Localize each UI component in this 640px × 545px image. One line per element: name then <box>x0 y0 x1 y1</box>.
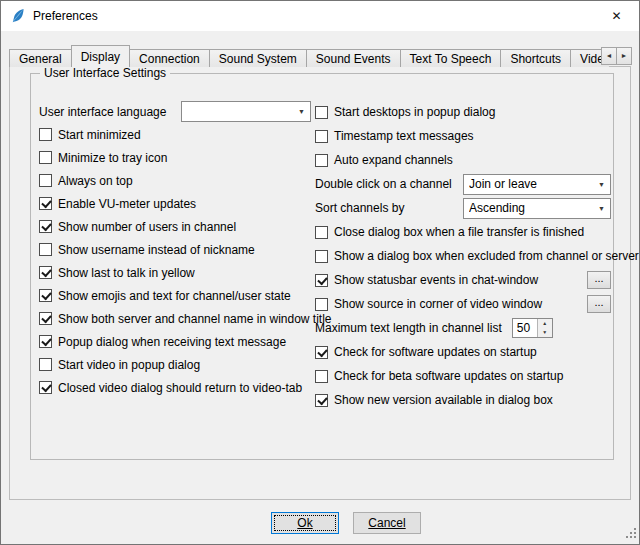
check-start-minimized[interactable]: Start minimized <box>39 123 311 146</box>
checkbox-icon[interactable] <box>315 154 328 167</box>
max-text-length-spinner[interactable]: 50 ▲ ▼ <box>512 318 553 338</box>
checkbox-icon[interactable] <box>39 266 52 279</box>
check-software-updates[interactable]: Check for software updates on startup <box>315 340 611 364</box>
check-popup-text-message[interactable]: Popup dialog when receiving text message <box>39 330 311 353</box>
checkbox-label: Show source in corner of video window <box>334 297 542 311</box>
resize-grip[interactable] <box>624 526 637 542</box>
app-icon <box>10 8 26 24</box>
checkbox-label: Show emojis and text for channel/user st… <box>58 289 291 303</box>
check-desktops-popup[interactable]: Start desktops in popup dialog <box>315 100 611 124</box>
checkbox-label: Closed video dialog should return to vid… <box>58 381 302 395</box>
row-sort-channels: Sort channels by Ascending ▼ <box>315 196 611 220</box>
check-new-version-dialog[interactable]: Show new version available in dialog box <box>315 388 611 412</box>
window-title: Preferences <box>33 9 98 23</box>
check-server-channel-title[interactable]: Show both server and channel name in win… <box>39 307 311 330</box>
tab-sound-system[interactable]: Sound System <box>209 49 307 67</box>
check-username-instead-nickname[interactable]: Show username instead of nickname <box>39 238 311 261</box>
tab-general[interactable]: General <box>9 49 72 67</box>
cancel-button[interactable]: Cancel <box>353 512 421 534</box>
check-video-return-tab[interactable]: Closed video dialog should return to vid… <box>39 376 311 399</box>
checkbox-label: Popup dialog when receiving text message <box>58 335 286 349</box>
checkbox-icon[interactable] <box>315 370 328 383</box>
checkbox-icon[interactable] <box>39 312 52 325</box>
checkbox-icon[interactable] <box>315 226 328 239</box>
tab-connection[interactable]: Connection <box>129 49 210 67</box>
chevron-down-icon: ▼ <box>293 108 310 115</box>
check-beta-updates[interactable]: Check for beta software updates on start… <box>315 364 611 388</box>
row-statusbar-events: Show statusbar events in chat-window ... <box>315 268 611 292</box>
checkbox-icon[interactable] <box>315 394 328 407</box>
check-last-talk-yellow[interactable]: Show last to talk in yellow <box>39 261 311 284</box>
checkbox-label: Auto expand channels <box>334 153 453 167</box>
check-vu-meter[interactable]: Enable VU-meter updates <box>39 192 311 215</box>
checkbox-label: Always on top <box>58 174 133 188</box>
close-icon[interactable]: ✕ <box>594 1 639 31</box>
group-title: User Interface Settings <box>40 66 170 80</box>
checkbox-label: Enable VU-meter updates <box>58 197 196 211</box>
tab-scroll-left-icon[interactable]: ◄ <box>601 47 617 65</box>
chevron-down-icon: ▼ <box>593 181 610 188</box>
checkbox-icon[interactable] <box>39 289 52 302</box>
tab-display[interactable]: Display <box>71 45 130 67</box>
double-click-combobox[interactable]: Join or leave ▼ <box>463 174 611 195</box>
ok-button[interactable]: Ok <box>271 512 339 534</box>
checkbox-label: Show new version available in dialog box <box>334 393 553 407</box>
checkbox-icon[interactable] <box>39 220 52 233</box>
language-label: User interface language <box>39 105 166 119</box>
checkbox-icon[interactable] <box>39 128 52 141</box>
display-tab-page: User Interface Settings User interface l… <box>9 66 631 500</box>
checkbox-label: Show both server and channel name in win… <box>58 312 332 326</box>
row-max-text-length: Maximum text length in channel list 50 ▲… <box>315 316 611 340</box>
check-minimize-tray[interactable]: Minimize to tray icon <box>39 146 311 169</box>
checkbox-icon[interactable] <box>315 346 328 359</box>
checkbox-label: Check for beta software updates on start… <box>334 369 563 383</box>
checkbox-label: Start minimized <box>58 128 141 142</box>
spinner-value: 50 <box>513 319 537 337</box>
check-timestamp-messages[interactable]: Timestamp text messages <box>315 124 611 148</box>
checkbox-icon[interactable] <box>39 174 52 187</box>
row-double-click: Double click on a channel Join or leave … <box>315 172 611 196</box>
checkbox-icon[interactable] <box>315 250 328 263</box>
tab-bar: General Display Connection Sound System … <box>9 45 609 67</box>
check-emojis-text[interactable]: Show emojis and text for channel/user st… <box>39 284 311 307</box>
checkbox-label: Close dialog box when a file transfer is… <box>334 225 584 239</box>
checkbox-icon[interactable] <box>39 335 52 348</box>
title-bar[interactable]: Preferences ✕ <box>1 1 639 31</box>
checkbox-label: Check for software updates on startup <box>334 345 537 359</box>
statusbar-events-more-button[interactable]: ... <box>587 271 611 289</box>
spin-down-icon[interactable]: ▼ <box>538 328 552 337</box>
checkbox-icon[interactable] <box>315 298 328 311</box>
combobox-value: Join or leave <box>469 177 593 191</box>
preferences-dialog: Preferences ✕ General Display Connection… <box>0 0 640 545</box>
checkbox-label: Show username instead of nickname <box>58 243 255 257</box>
tab-scroll-right-icon[interactable]: ► <box>616 47 632 65</box>
check-users-in-channel[interactable]: Show number of users in channel <box>39 215 311 238</box>
checkbox-icon[interactable] <box>315 106 328 119</box>
checkbox-icon[interactable] <box>39 358 52 371</box>
checkbox-label: Show statusbar events in chat-window <box>334 273 538 287</box>
checkbox-label: Show number of users in channel <box>58 220 236 234</box>
spin-up-icon[interactable]: ▲ <box>538 319 552 328</box>
tab-sound-events[interactable]: Sound Events <box>306 49 401 67</box>
tab-text-to-speech[interactable]: Text To Speech <box>400 49 502 67</box>
checkbox-label: Start desktops in popup dialog <box>334 105 495 119</box>
checkbox-icon[interactable] <box>39 197 52 210</box>
row-video-source-corner: Show source in corner of video window ..… <box>315 292 611 316</box>
user-interface-settings-group: User Interface Settings User interface l… <box>30 73 614 460</box>
sort-channels-label: Sort channels by <box>315 201 404 215</box>
tab-shortcuts[interactable]: Shortcuts <box>500 49 571 67</box>
check-auto-expand-channels[interactable]: Auto expand channels <box>315 148 611 172</box>
sort-channels-combobox[interactable]: Ascending ▼ <box>463 198 611 219</box>
checkbox-icon[interactable] <box>315 274 328 287</box>
video-source-more-button[interactable]: ... <box>587 295 611 313</box>
check-video-popup[interactable]: Start video in popup dialog <box>39 353 311 376</box>
check-filetransfer-close[interactable]: Close dialog box when a file transfer is… <box>315 220 611 244</box>
checkbox-icon[interactable] <box>39 381 52 394</box>
checkbox-icon[interactable] <box>39 243 52 256</box>
checkbox-icon[interactable] <box>315 130 328 143</box>
checkbox-label: Timestamp text messages <box>334 129 474 143</box>
check-excluded-dialog[interactable]: Show a dialog box when excluded from cha… <box>315 244 611 268</box>
checkbox-icon[interactable] <box>39 151 52 164</box>
check-always-on-top[interactable]: Always on top <box>39 169 311 192</box>
language-combobox[interactable]: ▼ <box>181 101 311 122</box>
